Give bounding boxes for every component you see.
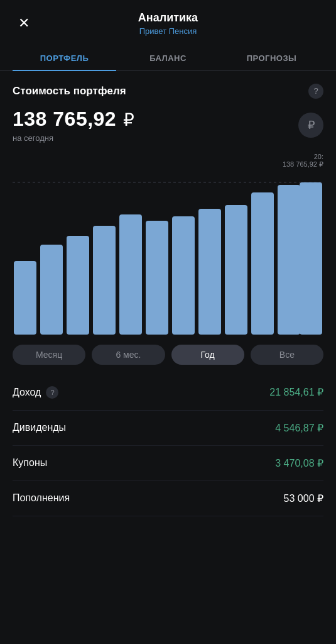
stat-label-deposits-text: Пополнения	[13, 492, 70, 504]
portfolio-currency: ₽	[123, 110, 134, 130]
chart-value-label: 138 765,92 ₽	[283, 160, 323, 169]
stat-label-dividends: Дивиденды	[13, 422, 66, 433]
stat-dividends-currency: ₽	[317, 423, 323, 433]
page-title: Аналитика	[35, 11, 301, 25]
section-help-icon[interactable]: ?	[308, 84, 323, 99]
svg-rect-10	[251, 192, 274, 335]
svg-rect-11	[278, 185, 300, 335]
stat-row-coupons: Купоны 3 470,08 ₽	[13, 446, 323, 481]
stat-label-coupons: Купоны	[13, 457, 47, 469]
stat-label-income-text: Доход	[13, 387, 41, 398]
close-button[interactable]: ✕	[13, 12, 35, 35]
stat-label-deposits: Пополнения	[13, 492, 70, 504]
portfolio-section: Стоимость портфеля ? 138 765,92 ₽ на сег…	[0, 71, 336, 143]
stat-income-currency: ₽	[317, 387, 323, 397]
portfolio-value-row: 138 765,92 ₽ на сегодня ₽	[13, 108, 323, 143]
svg-rect-3	[67, 236, 89, 335]
stat-value-dividends: 4 546,87 ₽	[275, 422, 323, 434]
stat-income-number: 21 854,61	[269, 387, 314, 397]
svg-rect-4	[93, 226, 116, 335]
svg-rect-5	[119, 214, 142, 335]
income-help-icon[interactable]: ?	[46, 386, 58, 399]
stat-value-deposits: 53 000 ₽	[284, 492, 323, 504]
svg-rect-9	[225, 205, 247, 335]
stat-coupons-number: 3 470,08	[275, 458, 314, 469]
stat-dividends-number: 4 546,87	[275, 423, 314, 433]
section-title-row: Стоимость портфеля ?	[13, 84, 323, 99]
page-subtitle: Привет Пенсия	[35, 26, 301, 36]
tab-portfolio[interactable]: ПОРТФЕЛЬ	[13, 47, 116, 70]
stat-label-coupons-text: Купоны	[13, 457, 47, 469]
chart-labels: 20: 138 765,92 ₽	[13, 153, 323, 169]
tabs-bar: ПОРТФЕЛЬ БАЛАНС ПРОГНОЗЫ	[0, 47, 336, 71]
currency-icon: ₽	[308, 118, 315, 132]
svg-rect-6	[146, 221, 168, 335]
header: ✕ Аналитика Привет Пенсия	[0, 0, 336, 42]
period-year-button[interactable]: Год	[171, 345, 244, 365]
stat-deposits-currency: ₽	[317, 493, 323, 504]
stat-value-coupons: 3 470,08 ₽	[275, 457, 323, 469]
stat-label-dividends-text: Дивиденды	[13, 422, 66, 433]
period-month-button[interactable]: Месяц	[13, 345, 85, 365]
svg-rect-7	[172, 216, 195, 335]
period-all-button[interactable]: Все	[251, 345, 323, 365]
tab-forecast[interactable]: ПРОГНОЗЫ	[220, 47, 323, 70]
svg-rect-12	[300, 182, 322, 335]
chart-container: 20: 138 765,92 ₽	[0, 153, 336, 335]
stat-row-dividends: Дивиденды 4 546,87 ₽	[13, 411, 323, 446]
stat-deposits-number: 53 000	[284, 493, 315, 504]
svg-rect-1	[14, 261, 36, 335]
portfolio-value-left: 138 765,92 ₽ на сегодня	[13, 108, 298, 143]
chart-wrapper	[13, 171, 323, 335]
section-title: Стоимость портфеля	[13, 85, 126, 97]
close-icon: ✕	[18, 16, 30, 30]
svg-rect-2	[40, 245, 63, 335]
portfolio-value-display: 138 765,92 ₽	[13, 108, 298, 131]
chart-top-label: 20:	[283, 153, 323, 160]
tab-balance[interactable]: БАЛАНС	[116, 47, 220, 70]
currency-toggle-button[interactable]: ₽	[298, 113, 323, 138]
stat-row-income: Доход ? 21 854,61 ₽	[13, 375, 323, 411]
stat-label-income: Доход ?	[13, 386, 58, 399]
portfolio-value: 138 765,92	[13, 108, 116, 130]
stat-coupons-currency: ₽	[317, 458, 323, 469]
period-buttons: Месяц 6 мес. Год Все	[0, 335, 336, 375]
stat-value-income: 21 854,61 ₽	[269, 386, 323, 398]
portfolio-date: на сегодня	[13, 133, 298, 143]
svg-rect-8	[198, 209, 221, 335]
period-6month-button[interactable]: 6 мес.	[92, 345, 165, 365]
header-title-group: Аналитика Привет Пенсия	[35, 11, 301, 36]
stats-section: Доход ? 21 854,61 ₽ Дивиденды 4 546,87 ₽…	[0, 375, 336, 516]
bar-chart	[13, 171, 323, 335]
stat-row-deposits: Пополнения 53 000 ₽	[13, 481, 323, 516]
